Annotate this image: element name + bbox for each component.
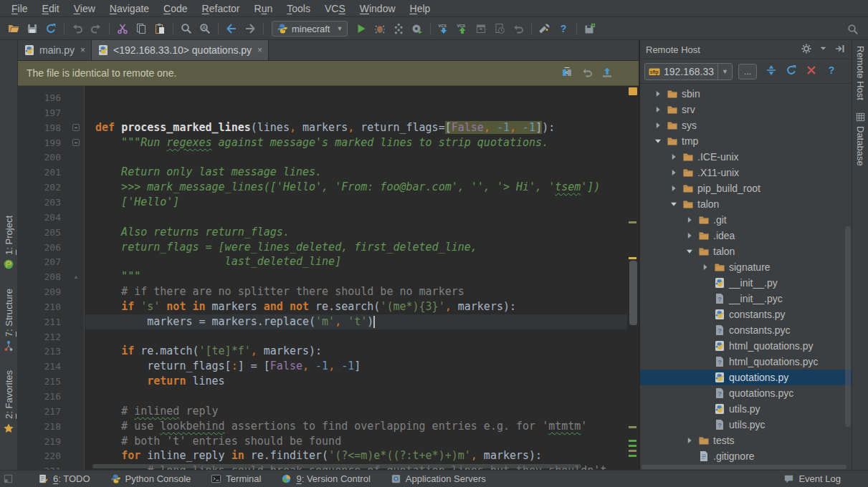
tree-item-sbin[interactable]: sbin	[640, 86, 852, 102]
tree-item-sys[interactable]: sys	[640, 117, 852, 133]
open-folder-button[interactable]	[4, 20, 23, 37]
tree-horizontal-scrollbar[interactable]	[642, 465, 846, 469]
menu-tools[interactable]: Tools	[280, 1, 318, 16]
browse-button[interactable]: ...	[738, 64, 757, 79]
code-line-197[interactable]: 197	[18, 105, 627, 120]
merge-button[interactable]	[561, 67, 573, 80]
editor-tab[interactable]: <192.168.33.10> quotations.py×	[92, 40, 269, 60]
cut-button[interactable]	[113, 20, 132, 37]
code-line-215[interactable]: 215 return lines	[18, 374, 627, 389]
chevron-collapsed-icon[interactable]	[685, 435, 695, 445]
toolwindow-button-remote-host[interactable]: Remote Host	[855, 46, 866, 100]
debug-button[interactable]	[371, 20, 389, 37]
run-configuration-selector[interactable]: minecraft▼	[272, 21, 348, 37]
tree-item-.gitignore[interactable]: .gitignore	[640, 448, 852, 464]
tree-item-__init__.pyc[interactable]: ?__init__.pyc	[640, 291, 852, 307]
event-log-button[interactable]: Event Log	[783, 473, 841, 484]
statusbar-todo-button[interactable]: 6: TODO	[38, 473, 90, 484]
vcs-update-button[interactable]: VCS	[434, 20, 453, 37]
tree-item-.ICE-unix[interactable]: .ICE-unix	[640, 149, 852, 165]
chevron-collapsed-icon[interactable]	[653, 105, 663, 115]
back-button[interactable]	[222, 20, 241, 37]
chevron-down-button[interactable]	[818, 43, 829, 56]
tree-item-.X11-unix[interactable]: .X11-unix	[640, 165, 852, 180]
code-line-209[interactable]: 209 # if there are no splitter there sho…	[18, 284, 627, 299]
code-line-201[interactable]: 201 Return only last message lines.	[18, 165, 627, 180]
revert-button[interactable]	[581, 67, 593, 80]
code-line-207[interactable]: 207 last_deleted_line]	[18, 254, 627, 269]
close-icon[interactable]: ×	[80, 45, 85, 55]
tree-item-talon[interactable]: talon	[640, 196, 852, 212]
code-line-200[interactable]: 200	[18, 150, 627, 165]
tree-item-signature[interactable]: signature	[640, 259, 852, 275]
rollback-button[interactable]	[509, 20, 528, 37]
toolwindow-button-database[interactable]: Database	[855, 112, 866, 166]
tree-item-talon[interactable]: talon	[640, 244, 852, 259]
tree-item-tests[interactable]: tests	[640, 433, 852, 448]
fold-collapse-icon[interactable]	[72, 124, 80, 131]
menu-window[interactable]: Window	[353, 1, 403, 16]
tree-item-.git[interactable]: .git	[640, 212, 852, 228]
chevron-collapsed-icon[interactable]	[653, 120, 663, 130]
code-line-198[interactable]: 198def process_marked_lines(lines, marke…	[18, 120, 627, 135]
code-editor[interactable]: 196197198def process_marked_lines(lines,…	[18, 86, 639, 470]
editor-tab[interactable]: main.py×	[18, 40, 92, 60]
tree-item-constants.py[interactable]: constants.py	[640, 307, 852, 322]
toolwindow-button-structure[interactable]: 7: Structure	[3, 289, 14, 352]
chevron-collapsed-icon[interactable]	[669, 183, 679, 193]
profile-button[interactable]	[408, 20, 426, 37]
upload-remote-button[interactable]	[581, 20, 599, 37]
menu-edit[interactable]: Edit	[35, 1, 67, 16]
tree-item-.idea[interactable]: .idea	[640, 228, 852, 244]
chevron-collapsed-icon[interactable]	[685, 231, 695, 241]
menu-help[interactable]: Help	[403, 1, 438, 16]
undo-button[interactable]	[68, 20, 87, 37]
code-line-220[interactable]: 220 for inline_reply in re.finditer('(?<…	[18, 448, 627, 463]
code-line-205[interactable]: 205 Also returns return_flags.	[18, 225, 627, 240]
menu-vcs[interactable]: VCS	[318, 1, 353, 16]
tree-item-html_quotations.py[interactable]: html_quotations.py	[640, 338, 852, 354]
forward-button[interactable]	[241, 20, 259, 37]
tree-item-quotations.py[interactable]: quotations.py	[640, 370, 852, 385]
coverage-button[interactable]	[389, 20, 408, 37]
vcs-commit-button[interactable]: VCS	[453, 20, 472, 37]
tree-item-constants.pyc[interactable]: ?constants.pyc	[640, 322, 852, 338]
statusbar-application-servers-button[interactable]: Application Servers	[391, 473, 486, 484]
code-line-211[interactable]: 211 markers = markers.replace('m', 't')	[18, 314, 627, 329]
menu-navigate[interactable]: Navigate	[102, 1, 156, 16]
vertical-scrollbar[interactable]	[629, 261, 637, 325]
code-line-208[interactable]: 208▴ """	[18, 269, 627, 284]
chevron-expanded-icon[interactable]	[669, 199, 679, 209]
menu-run[interactable]: Run	[247, 1, 280, 16]
code-line-196[interactable]: 196	[18, 90, 627, 105]
code-line-219[interactable]: 219 # both 't' entries should be found	[18, 434, 627, 449]
fold-end-icon[interactable]: ▴	[72, 273, 80, 280]
chevron-collapsed-icon[interactable]	[669, 152, 679, 162]
host-selector[interactable]: sftp 192.168.33 ▼	[644, 63, 733, 80]
code-line-206[interactable]: 206 return_flags = [were_lines_deleted, …	[18, 240, 627, 255]
chevron-collapsed-icon[interactable]	[669, 168, 679, 178]
fold-collapse-icon[interactable]	[72, 139, 80, 146]
chevron-collapsed-icon[interactable]	[685, 215, 695, 225]
tree-item-utils.pyc[interactable]: ?utils.pyc	[640, 417, 852, 433]
redo-button[interactable]	[87, 20, 105, 37]
find-button[interactable]	[177, 20, 196, 37]
inspection-status-indicator[interactable]	[629, 87, 637, 95]
statusbar-python-console-button[interactable]: Python Console	[110, 473, 191, 484]
copy-button[interactable]	[132, 20, 151, 37]
refresh-button[interactable]	[786, 64, 797, 78]
sync-button[interactable]	[42, 20, 60, 37]
code-line-214[interactable]: 214 return_flags[:] = [False, -1, -1]	[18, 359, 627, 374]
chevron-down-icon[interactable]: ▼	[717, 64, 732, 79]
tree-item-quotations.pyc[interactable]: ?quotations.pyc	[640, 385, 852, 401]
menu-code[interactable]: Code	[156, 1, 194, 16]
code-line-216[interactable]: 216	[18, 389, 627, 404]
code-line-204[interactable]: 204	[18, 210, 627, 225]
help-button[interactable]: ?	[554, 20, 573, 37]
code-line-210[interactable]: 210 if 's' not in markers and not re.sea…	[18, 299, 627, 314]
code-line-212[interactable]: 212	[18, 329, 627, 344]
help-button[interactable]: ?	[826, 64, 837, 78]
statusbar-version-control-button[interactable]: 9: Version Control	[281, 473, 370, 484]
code-line-218[interactable]: 218 # use lookbehind assertions to find …	[18, 419, 627, 434]
statusbar-terminal-button[interactable]: Terminal	[211, 473, 261, 484]
